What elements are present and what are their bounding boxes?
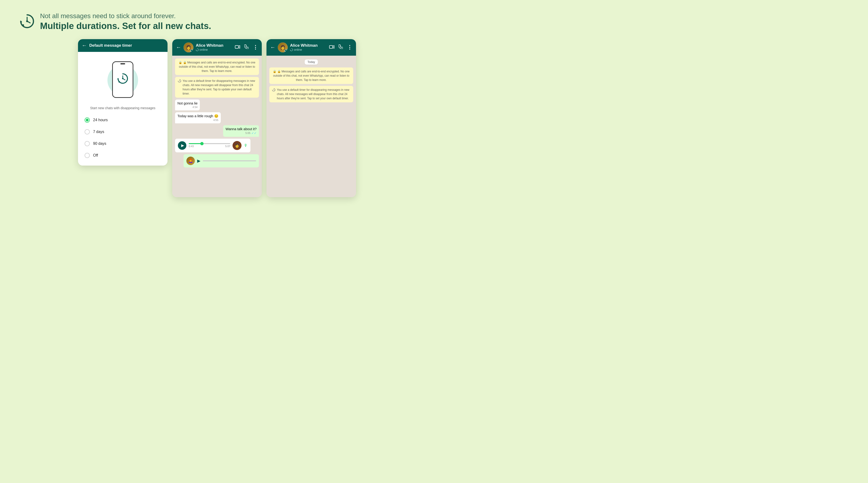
option-off[interactable]: Off — [83, 150, 163, 161]
bubble-meta-3: 5:05 ✓✓ — [225, 131, 256, 135]
svg-line-4 — [27, 21, 30, 23]
phone-illustration — [106, 59, 139, 102]
phone-call-icon-3[interactable] — [339, 45, 343, 50]
more-options-icon-3[interactable]: ⋮ — [347, 44, 352, 51]
option-7days[interactable]: 7 days — [83, 126, 163, 137]
svg-point-2 — [21, 21, 22, 23]
chat3-action-icons: ⋮ — [329, 44, 352, 51]
encrypted-notice-3: 🔒 🔒 Messages and calls are end-to-end en… — [269, 67, 353, 84]
play-icon-2[interactable]: ▶ — [197, 158, 200, 164]
bubble-meta-2: 4:55 — [178, 119, 218, 121]
header-title: Multiple durations. Set for all new chat… — [40, 20, 211, 32]
bubble-received-2: Today was a little rough 😔 4:55 — [175, 112, 221, 123]
lock-icon-2: 🔒 — [179, 61, 182, 64]
label-off: Off — [93, 153, 98, 158]
svg-rect-25 — [330, 46, 333, 48]
voice-total-1: 5:07 — [225, 145, 230, 148]
chat3-contact-status: online — [290, 48, 327, 51]
radio-off[interactable] — [85, 153, 90, 158]
more-options-icon[interactable]: ⋮ — [253, 44, 258, 51]
alice-avatar-panel2[interactable]: 👩 — [184, 42, 193, 52]
svg-point-17 — [178, 81, 178, 81]
voice-times-1: 0:43 5:07 — [189, 145, 230, 148]
label-7days: 7 days — [93, 130, 104, 134]
voice-current-1: 0:43 — [189, 145, 194, 148]
voice-progress-bar-1[interactable] — [189, 143, 230, 144]
chat2-contact-name: Alice Whitman — [196, 43, 232, 48]
phone-call-icon[interactable] — [244, 45, 249, 50]
svg-point-6 — [119, 81, 120, 83]
chat-panel2-header: ← 👩 Alice Whitman — [172, 39, 262, 56]
today-label: Today — [305, 59, 318, 65]
label-90days: 90 days — [93, 142, 106, 146]
duration-options: 24 hours 7 days 90 days Off — [83, 115, 163, 161]
lock-icon-3: 🔒 — [273, 70, 276, 73]
bubble-text-3: Wanna talk about it? — [225, 127, 256, 131]
voice-message-1: ▶ 0:43 5:07 👩 — [175, 139, 250, 152]
svg-point-16 — [178, 82, 179, 82]
svg-point-7 — [118, 78, 119, 80]
phone-frame — [112, 61, 133, 98]
back-button[interactable]: ← — [82, 42, 87, 49]
svg-point-23 — [290, 50, 291, 51]
bubble-time-1: 4:54 — [192, 106, 197, 109]
bubble-received-1: Not gonna lie 4:54 — [175, 100, 200, 110]
timer-notice-text-3: You use a default timer for disappearing… — [277, 88, 350, 101]
bubble-text-2: Today was a little rough 😔 — [178, 114, 218, 118]
timer-panel-header: ← Default message timer — [78, 39, 167, 52]
msg-today-rough: Today was a little rough 😔 4:55 — [175, 112, 259, 123]
svg-point-1 — [22, 24, 24, 26]
panels-container: ← Default message timer — [0, 39, 434, 197]
chat-panel3-header: ← 👩 Alice Whitman on — [267, 39, 356, 56]
option-90days[interactable]: 90 days — [83, 138, 163, 149]
bubble-meta-1: 4:54 — [178, 106, 197, 109]
timer-settings-panel: ← Default message timer — [78, 39, 167, 166]
radio-24h[interactable] — [85, 117, 90, 123]
chat2-contact-status: online — [196, 48, 232, 51]
svg-point-12 — [191, 51, 191, 51]
svg-point-27 — [272, 90, 273, 90]
option-24h[interactable]: 24 hours — [83, 115, 163, 125]
voice-progress-bar-2[interactable] — [203, 160, 256, 161]
voice-play-button-1[interactable]: ▶ — [178, 141, 186, 150]
voice-msg-row-2: 👩‍🦰 ▶ — [175, 154, 259, 167]
alice-voice-avatar-1: 👩 — [232, 141, 242, 150]
chat3-contact-info[interactable]: Alice Whitman online — [290, 43, 327, 51]
bubble-time-2: 4:55 — [213, 119, 218, 121]
chat3-back-button[interactable]: ← — [270, 44, 275, 51]
header-subtitle: Not all messages need to stick around fo… — [40, 12, 211, 20]
video-call-icon[interactable] — [235, 45, 240, 50]
chat2-body: 🔒 🔒 Messages and calls are end-to-end en… — [172, 56, 262, 197]
svg-line-9 — [123, 79, 125, 80]
video-call-icon-3[interactable] — [329, 45, 334, 50]
svg-point-22 — [285, 51, 285, 51]
alice-avatar-panel3[interactable]: 👩 — [278, 42, 288, 52]
chat-panel-active: ← 👩 Alice Whitman — [172, 39, 262, 197]
voice-waveform-1: 0:43 5:07 — [189, 143, 230, 148]
chat2-contact-info[interactable]: Alice Whitman online — [196, 43, 232, 51]
page-header: Not all messages need to stick around fo… — [0, 0, 434, 39]
chat3-body: Today 🔒 🔒 Messages and calls are end-to-… — [267, 56, 356, 197]
sender-voice-img: 👩‍🦰 — [186, 157, 195, 165]
svg-point-13 — [196, 50, 196, 51]
timer-description: Start new chats with disappearing messag… — [90, 106, 155, 110]
svg-line-29 — [274, 90, 275, 90]
timer-notice-text-2: You use a default timer for disappearing… — [183, 79, 256, 96]
svg-rect-15 — [235, 46, 239, 48]
chat2-back-button[interactable]: ← — [176, 44, 181, 51]
svg-point-26 — [272, 90, 273, 91]
voice-message-2: 👩‍🦰 ▶ — [184, 154, 259, 167]
svg-point-11 — [191, 51, 191, 52]
msg-not-gonna-lie: Not gonna lie 4:54 — [175, 100, 259, 110]
radio-90days[interactable] — [85, 141, 90, 146]
alice-avatar-voice: 👩 — [232, 141, 242, 150]
chat2-action-icons: ⋮ — [235, 44, 258, 51]
svg-point-21 — [285, 51, 286, 52]
chat-panel-new: ← 👩 Alice Whitman on — [267, 39, 356, 197]
chat3-contact-name: Alice Whitman — [290, 43, 327, 48]
bubble-sent-1: Wanna talk about it? 5:05 ✓✓ — [223, 125, 259, 137]
radio-7days[interactable] — [85, 129, 90, 135]
voice-msg-row-1: ▶ 0:43 5:07 👩 — [175, 139, 259, 152]
play-icon-1: ▶ — [181, 143, 184, 148]
bubble-time-3: 5:05 — [246, 132, 250, 135]
